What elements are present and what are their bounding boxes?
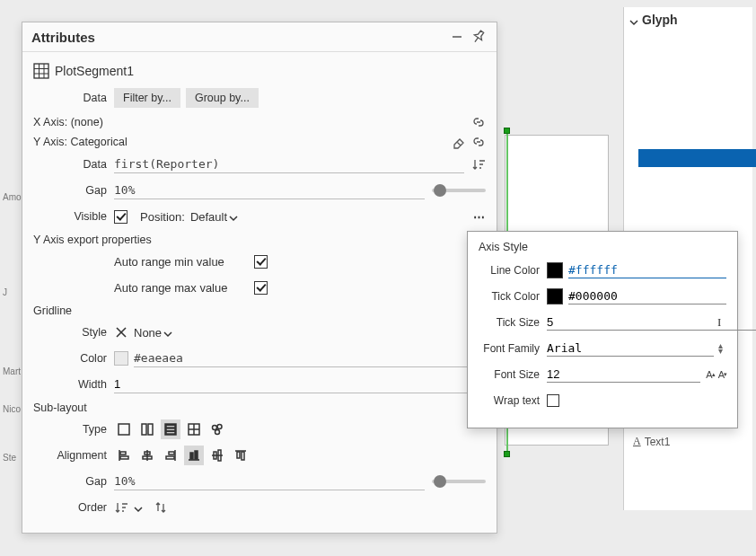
svg-rect-38 [242, 452, 244, 460]
type-packing-icon[interactable] [207, 419, 227, 439]
data-label: Data [33, 92, 114, 104]
yaxis-data-field[interactable] [114, 155, 464, 173]
tick-size-label: Tick Size [479, 316, 547, 329]
svg-point-19 [217, 425, 222, 429]
type-single-icon[interactable] [114, 419, 134, 439]
chevron-down-icon [163, 328, 172, 337]
text-cursor-icon: I [717, 315, 726, 330]
font-decrease-icon[interactable]: A▾ [718, 367, 726, 382]
svg-rect-37 [237, 452, 240, 458]
font-increase-icon[interactable]: A▴ [706, 367, 714, 382]
visible-checkbox[interactable] [114, 210, 127, 224]
font-family-stepper-icon[interactable]: ▴▾ [714, 343, 726, 354]
align-right-icon[interactable] [161, 446, 180, 465]
sublayout-label: Sub-layout [33, 402, 486, 414]
wrap-text-label: Wrap text [479, 394, 547, 407]
pin-icon[interactable] [470, 28, 488, 46]
group-by-button[interactable]: Group by... [186, 88, 259, 108]
bg-label: J [3, 287, 7, 297]
gap-slider[interactable] [432, 189, 486, 192]
svg-point-18 [213, 426, 217, 430]
chevron-down-icon[interactable] [134, 503, 143, 512]
svg-rect-29 [166, 456, 174, 459]
width-field[interactable] [114, 375, 486, 393]
none-icon[interactable] [114, 325, 128, 340]
bg-label: Mart [3, 366, 21, 376]
auto-max-checkbox[interactable] [254, 281, 268, 295]
style-label: Style [33, 326, 114, 339]
canvas-handle-top[interactable] [504, 128, 510, 134]
sublayout-gap-label: Gap [33, 475, 114, 488]
svg-rect-8 [119, 424, 129, 435]
sublayout-gap-slider[interactable] [432, 480, 486, 483]
svg-rect-12 [166, 426, 175, 428]
sort-dropdown-icon[interactable] [114, 500, 128, 515]
more-options-icon[interactable]: ⋯ [473, 210, 486, 224]
eraser-icon[interactable] [452, 135, 466, 149]
width-label: Width [33, 378, 114, 391]
bg-label: Amo [3, 192, 22, 202]
type-cols-icon[interactable] [137, 419, 157, 439]
align-left-icon[interactable] [114, 446, 134, 465]
auto-max-label: Auto range max value [114, 281, 249, 295]
auto-min-checkbox[interactable] [254, 255, 268, 269]
popup-title: Axis Style [479, 241, 726, 253]
filter-by-button[interactable]: Filter by... [114, 88, 180, 108]
type-rows-icon[interactable] [161, 419, 180, 439]
style-dropdown[interactable]: None [134, 326, 172, 340]
wrap-text-checkbox[interactable] [547, 394, 559, 407]
plotsegment-grid-icon [33, 63, 49, 79]
link-icon[interactable] [471, 115, 486, 129]
glyph-header[interactable]: Glyph [629, 13, 747, 27]
align-bottom-icon[interactable] [184, 446, 204, 465]
sort-icon[interactable] [471, 157, 486, 172]
svg-rect-31 [190, 453, 193, 459]
svg-rect-14 [166, 432, 175, 435]
align-top-icon[interactable] [231, 446, 251, 465]
svg-rect-13 [166, 428, 175, 431]
canvas-handle-bottom[interactable] [504, 451, 510, 457]
position-label: Position: [140, 210, 185, 224]
bg-label: Nico [3, 404, 21, 414]
link-icon[interactable] [471, 135, 486, 149]
font-size-field[interactable] [547, 366, 700, 383]
glyph-blue-bar[interactable] [638, 149, 756, 167]
line-color-swatch[interactable] [547, 262, 563, 278]
gridline-label: Gridline [33, 304, 486, 317]
minimize-icon[interactable] [448, 28, 466, 46]
color-swatch[interactable] [114, 351, 128, 366]
align-center-icon[interactable] [137, 446, 157, 465]
font-family-field[interactable] [547, 340, 714, 357]
color-field[interactable] [134, 349, 486, 367]
bg-label: Ste [3, 453, 16, 463]
alignment-label: Alignment [33, 449, 114, 462]
auto-min-label: Auto range min value [114, 255, 249, 269]
font-family-label: Font Family [479, 342, 547, 355]
line-color-field[interactable] [568, 262, 726, 278]
svg-point-20 [215, 430, 220, 435]
glyph-item-text1[interactable]: A Text1 [633, 435, 670, 448]
object-name: PlotSegment1 [55, 64, 134, 78]
svg-rect-32 [195, 451, 198, 459]
reverse-order-icon[interactable] [154, 500, 168, 515]
yaxis-gap-field[interactable] [114, 181, 425, 199]
attributes-panel: Attributes PlotSegment1 Data Filter by..… [22, 22, 497, 534]
align-middle-icon[interactable] [207, 446, 227, 465]
gap-label: Gap [33, 184, 114, 197]
panel-title: Attributes [31, 30, 444, 45]
position-dropdown[interactable]: Default [190, 210, 238, 224]
type-label: Type [33, 423, 114, 436]
alignment-button-group [114, 446, 486, 465]
svg-rect-28 [169, 452, 174, 455]
color-label: Color [33, 352, 114, 365]
tick-color-field[interactable] [568, 288, 726, 304]
yaxis-label: Y Axis: Categorical [33, 135, 486, 149]
type-grid-icon[interactable] [184, 419, 204, 439]
yaxis-export-label: Y Axis export properties [33, 234, 486, 246]
glyph-title: Glyph [642, 13, 678, 27]
line-color-label: Line Color [479, 264, 547, 277]
xaxis-label: X Axis: (none) [33, 115, 486, 129]
sublayout-gap-field[interactable] [114, 472, 425, 490]
yaxis-data-label: Data [33, 158, 114, 171]
tick-color-swatch[interactable] [547, 288, 563, 304]
